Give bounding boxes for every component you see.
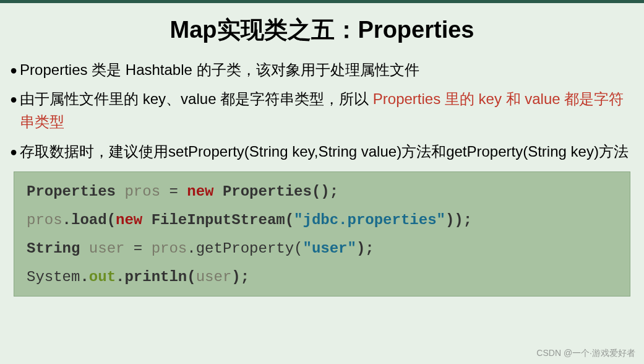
code-token-class: FileInputStream( (142, 212, 294, 228)
bullet-icon: ● (10, 61, 17, 80)
code-line: pros.load(new FileInputStream("jdbc.prop… (27, 213, 617, 228)
bullet-icon: ● (10, 90, 17, 109)
code-token-var: pros (124, 183, 160, 200)
code-token-field: out (89, 269, 116, 285)
code-token-class: System (27, 269, 80, 285)
bullet-text: 存取数据时，建议使用setProperty(String key,String … (20, 140, 634, 163)
list-item: ● Properties 类是 Hashtable 的子类，该对象用于处理属性文… (10, 58, 634, 81)
code-token-type: String (27, 240, 80, 257)
code-token-method: load( (71, 212, 116, 228)
code-token-method: .getProperty( (187, 240, 303, 257)
code-token-keyword: new (187, 183, 213, 200)
bullet-icon: ● (10, 142, 17, 162)
code-token-punct: )); (445, 212, 472, 228)
code-token-string: "jdbc.properties" (294, 212, 445, 228)
code-token-var: pros (152, 240, 187, 257)
text-segment: 由于属性文件里的 key、value 都是字符串类型，所以 (20, 90, 373, 107)
list-item: ● 存取数据时，建议使用setProperty(String key,Strin… (10, 140, 634, 163)
bullet-text: Properties 类是 Hashtable 的子类，该对象用于处理属性文件 (20, 58, 634, 81)
code-token-punct: . (62, 212, 71, 228)
code-token-var: user (196, 269, 232, 285)
code-block: Properties pros = new Properties(); pros… (14, 171, 630, 297)
list-item: ● 由于属性文件里的 key、value 都是字符串类型，所以 Properti… (10, 87, 634, 133)
code-token-var: user (89, 240, 125, 257)
code-line: Properties pros = new Properties(); (27, 184, 617, 199)
code-token-type: Properties (27, 183, 116, 200)
bullet-text: 由于属性文件里的 key、value 都是字符串类型，所以 Properties… (20, 87, 634, 133)
code-token-string: "user" (303, 240, 356, 257)
code-line: System.out.println(user); (27, 270, 617, 285)
code-token-punct: ); (231, 269, 249, 285)
watermark: CSDN @一个·游戏爱好者 (536, 348, 635, 359)
code-token-op: = (160, 183, 187, 200)
page-title: Map实现类之五：Properties (0, 3, 644, 58)
code-token-punct: . (80, 269, 88, 285)
code-token-punct: ); (356, 240, 374, 257)
code-line: String user = pros.getProperty("user"); (27, 241, 617, 256)
code-token-punct: . (116, 269, 124, 285)
bullet-list: ● Properties 类是 Hashtable 的子类，该对象用于处理属性文… (0, 58, 644, 163)
code-token-method: println( (124, 269, 195, 285)
code-token-keyword: new (116, 212, 142, 228)
code-token-op: = (124, 240, 151, 257)
code-token-var: pros (27, 212, 62, 228)
code-token-ctor: Properties(); (213, 183, 338, 200)
